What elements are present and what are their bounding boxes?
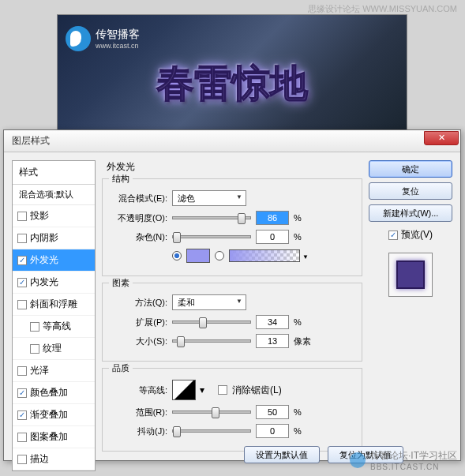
style-label: 投影 — [30, 209, 49, 223]
style-label: 颜色叠加 — [30, 386, 68, 399]
style-checkbox[interactable] — [17, 278, 27, 287]
style-item-8[interactable]: 颜色叠加 — [13, 382, 95, 404]
blend-options-item[interactable]: 混合选项:默认 — [13, 185, 95, 205]
opacity-input[interactable]: 86 — [256, 211, 289, 225]
noise-input[interactable]: 0 — [256, 230, 289, 244]
banner-image: 传智播客 www.itcast.cn 春雷惊地 — [57, 14, 407, 133]
brand-name: 传智播客 — [96, 28, 140, 40]
range-label: 范围(R): — [111, 407, 167, 418]
styles-header[interactable]: 样式 — [13, 161, 95, 185]
style-checkbox[interactable] — [17, 234, 27, 243]
size-label: 大小(S): — [111, 335, 167, 347]
elements-fieldset: 图素 方法(Q): 柔和 扩展(P): 34 % 大小(S): 13 像素 — [102, 283, 362, 362]
range-input[interactable]: 50 — [256, 405, 289, 419]
settings-panel: 外发光 结构 混合模式(E): 滤色 不透明度(O): 86 % 杂色(N): … — [102, 160, 362, 471]
dialog-titlebar[interactable]: 图层样式 ✕ — [4, 130, 460, 152]
preview-inner — [396, 260, 425, 289]
noise-slider[interactable] — [172, 235, 251, 238]
size-slider[interactable] — [172, 339, 251, 343]
opacity-label: 不透明度(O): — [111, 212, 167, 224]
style-item-11[interactable]: 描边 — [13, 448, 95, 470]
range-slider[interactable] — [172, 410, 251, 414]
jitter-unit: % — [294, 426, 302, 436]
opacity-unit: % — [294, 213, 302, 223]
technique-dropdown[interactable]: 柔和 — [172, 294, 246, 310]
style-item-3[interactable]: 内发光 — [13, 272, 95, 294]
preview-checkbox[interactable] — [388, 231, 398, 240]
noise-unit: % — [294, 232, 302, 242]
cancel-button[interactable]: 复位 — [369, 182, 452, 200]
style-checkbox[interactable] — [17, 410, 27, 420]
style-checkbox[interactable] — [17, 366, 27, 376]
layer-style-dialog: 图层样式 ✕ 样式 混合选项:默认 投影内阴影外发光内发光斜面和浮雕等高线纹理光… — [3, 129, 461, 461]
footer-watermark: 传智论坛·IT学习社区 BBS.ITCAST.CN — [350, 449, 457, 471]
gradient-swatch[interactable] — [229, 249, 300, 262]
style-label: 内发光 — [30, 275, 58, 289]
section-title: 外发光 — [107, 160, 362, 174]
style-checkbox[interactable] — [17, 300, 27, 309]
close-button[interactable]: ✕ — [424, 131, 459, 145]
style-checkbox[interactable] — [30, 344, 39, 354]
style-checkbox[interactable] — [17, 433, 27, 442]
watermark-top: 思缘设计论坛 WWW.MISSYUAN.COM — [308, 3, 457, 15]
style-label: 斜面和浮雕 — [30, 298, 77, 311]
contour-picker[interactable] — [172, 380, 196, 400]
style-item-7[interactable]: 光泽 — [13, 360, 95, 382]
antialias-checkbox[interactable] — [218, 385, 227, 395]
footer-logo-icon — [350, 452, 366, 468]
style-label: 纹理 — [43, 342, 62, 355]
blend-mode-dropdown[interactable]: 滤色 — [172, 190, 246, 206]
style-item-4[interactable]: 斜面和浮雕 — [13, 294, 95, 316]
banner-logo: 传智播客 www.itcast.cn — [66, 26, 140, 51]
size-input[interactable]: 13 — [256, 334, 289, 348]
contour-label: 等高线: — [111, 384, 167, 396]
antialias-label: 消除锯齿(L) — [232, 384, 282, 397]
opacity-slider[interactable] — [172, 216, 251, 219]
style-checkbox[interactable] — [30, 322, 39, 332]
blend-mode-label: 混合模式(E): — [111, 193, 167, 204]
style-item-9[interactable]: 渐变叠加 — [13, 404, 95, 426]
quality-title: 品质 — [109, 362, 133, 374]
size-unit: 像素 — [294, 335, 311, 347]
preview-swatch — [388, 253, 433, 297]
structure-title: 结构 — [109, 173, 133, 185]
jitter-input[interactable]: 0 — [256, 424, 289, 438]
solid-color-radio[interactable] — [172, 251, 182, 260]
style-item-6[interactable]: 纹理 — [13, 338, 95, 360]
style-checkbox[interactable] — [17, 256, 27, 265]
dialog-title: 图层样式 — [12, 134, 424, 148]
elements-title: 图素 — [109, 277, 133, 289]
spread-slider[interactable] — [172, 320, 251, 324]
style-label: 外发光 — [30, 253, 58, 267]
preview-label: 预览(V) — [401, 228, 433, 242]
style-item-10[interactable]: 图案叠加 — [13, 426, 95, 448]
style-item-2[interactable]: 外发光 — [13, 249, 95, 272]
style-checkbox[interactable] — [17, 455, 27, 464]
style-label: 描边 — [30, 452, 49, 466]
spread-unit: % — [294, 317, 302, 327]
brand-url: www.itcast.cn — [96, 42, 140, 50]
style-item-0[interactable]: 投影 — [13, 205, 95, 227]
quality-fieldset: 品质 等高线: 消除锯齿(L) 范围(R): 50 % 抖动(J): — [102, 368, 362, 452]
style-item-5[interactable]: 等高线 — [13, 316, 95, 338]
jitter-slider[interactable] — [172, 429, 251, 433]
style-label: 等高线 — [43, 320, 71, 333]
jitter-label: 抖动(J): — [111, 425, 167, 437]
banner-title-text: 春雷惊地 — [58, 58, 407, 109]
style-item-1[interactable]: 内阴影 — [13, 227, 95, 249]
new-style-button[interactable]: 新建样式(W)... — [369, 204, 452, 222]
styles-list-panel: 样式 混合选项:默认 投影内阴影外发光内发光斜面和浮雕等高线纹理光泽颜色叠加渐变… — [12, 160, 96, 471]
gradient-radio[interactable] — [215, 251, 224, 260]
right-button-panel: 确定 复位 新建样式(W)... 预览(V) — [369, 160, 452, 471]
noise-label: 杂色(N): — [111, 231, 167, 243]
structure-fieldset: 结构 混合模式(E): 滤色 不透明度(O): 86 % 杂色(N): 0 % — [102, 178, 362, 276]
style-checkbox[interactable] — [17, 212, 27, 221]
technique-label: 方法(Q): — [111, 297, 167, 309]
logo-icon — [66, 26, 91, 51]
make-default-button[interactable]: 设置为默认值 — [244, 446, 320, 463]
glow-color-swatch[interactable] — [186, 249, 210, 263]
style-label: 图案叠加 — [30, 430, 68, 444]
spread-input[interactable]: 34 — [256, 315, 289, 329]
ok-button[interactable]: 确定 — [369, 160, 452, 178]
style-checkbox[interactable] — [17, 388, 27, 398]
